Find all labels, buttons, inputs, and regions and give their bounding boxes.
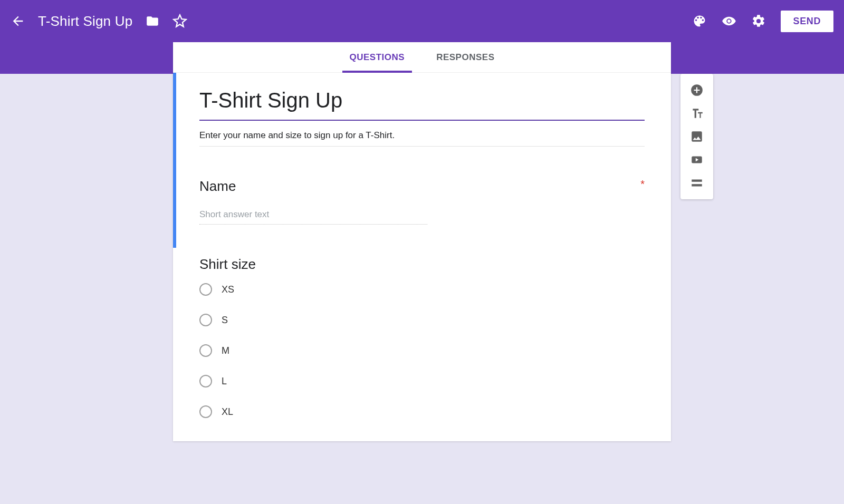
- radio-circle-icon: [199, 344, 212, 357]
- app-header: T-Shirt Sign Up SEND: [0, 0, 844, 42]
- radio-label[interactable]: XL: [222, 406, 233, 418]
- radio-option[interactable]: XL: [199, 405, 645, 418]
- form-container: QUESTIONS RESPONSES T-Shirt Sign Up Ente…: [173, 42, 671, 441]
- star-icon[interactable]: [172, 14, 187, 28]
- question-card-name[interactable]: Name * Short answer text: [173, 170, 671, 248]
- add-section-icon[interactable]: [690, 176, 704, 190]
- preview-eye-icon[interactable]: [722, 14, 736, 28]
- question-title[interactable]: Name: [199, 178, 636, 195]
- tab-bar: QUESTIONS RESPONSES: [173, 42, 671, 73]
- required-indicator: *: [640, 178, 645, 190]
- header-left: T-Shirt Sign Up: [11, 13, 187, 30]
- form-description-input[interactable]: Enter your name and size to sign up for …: [199, 130, 645, 147]
- question-title-row: Name *: [199, 178, 645, 195]
- add-title-icon[interactable]: [690, 106, 704, 120]
- radio-circle-icon: [199, 314, 212, 326]
- radio-option-list: XS S M L XL: [199, 283, 645, 418]
- add-image-icon[interactable]: [690, 130, 704, 143]
- send-button[interactable]: SEND: [781, 11, 833, 32]
- radio-option[interactable]: S: [199, 314, 645, 326]
- question-title[interactable]: Shirt size: [199, 256, 645, 273]
- radio-label[interactable]: XS: [222, 284, 234, 295]
- document-title[interactable]: T-Shirt Sign Up: [38, 13, 132, 30]
- form-title-input[interactable]: T-Shirt Sign Up: [199, 89, 645, 121]
- radio-circle-icon: [199, 375, 212, 387]
- side-toolbar: [680, 74, 713, 199]
- svg-rect-3: [692, 184, 702, 186]
- radio-option[interactable]: XS: [199, 283, 645, 296]
- add-video-icon[interactable]: [690, 153, 704, 167]
- radio-circle-icon: [199, 405, 212, 418]
- tab-questions[interactable]: QUESTIONS: [350, 42, 405, 72]
- radio-label[interactable]: L: [222, 376, 227, 387]
- radio-option[interactable]: L: [199, 375, 645, 387]
- radio-label[interactable]: M: [222, 345, 229, 356]
- question-card-shirt-size[interactable]: Shirt size XS S M L: [173, 248, 671, 441]
- add-question-icon[interactable]: [690, 83, 704, 97]
- radio-option[interactable]: M: [199, 344, 645, 357]
- workspace: QUESTIONS RESPONSES T-Shirt Sign Up Ente…: [0, 42, 844, 441]
- folder-icon[interactable]: [145, 14, 160, 28]
- radio-label[interactable]: S: [222, 315, 228, 326]
- header-right: SEND: [692, 11, 833, 32]
- tab-responses[interactable]: RESPONSES: [436, 42, 494, 72]
- palette-icon[interactable]: [692, 14, 707, 28]
- radio-circle-icon: [199, 283, 212, 296]
- settings-gear-icon[interactable]: [751, 14, 766, 28]
- short-answer-placeholder: Short answer text: [199, 209, 427, 225]
- back-arrow-icon[interactable]: [11, 14, 25, 28]
- svg-rect-2: [692, 180, 702, 182]
- form-header-card[interactable]: T-Shirt Sign Up Enter your name and size…: [173, 73, 671, 170]
